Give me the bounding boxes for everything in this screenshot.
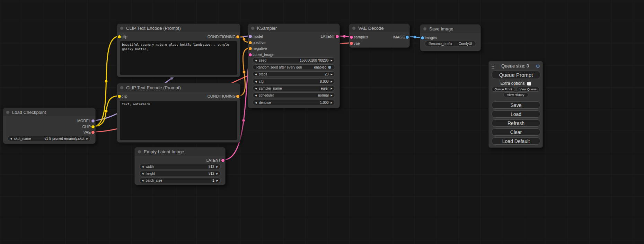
model-input-port[interactable] [249, 35, 252, 38]
link-midpoint-dot [242, 119, 245, 122]
next-value-arrow-icon[interactable]: ▶ [331, 87, 333, 90]
vae-input-port[interactable] [350, 42, 353, 45]
decrement-arrow-icon[interactable]: ◀ [255, 80, 257, 83]
clip-input-port[interactable] [118, 95, 121, 98]
queue-front-button[interactable]: Queue Front [492, 87, 515, 92]
vae-output-port[interactable] [91, 131, 95, 134]
node-save-image[interactable]: Save Image images filename_prefix ComfyU… [420, 24, 481, 51]
increment-arrow-icon[interactable]: ▶ [331, 73, 333, 75]
ckpt-name-widget[interactable]: ◀ ckpt_name v1-5-pruned-emaonly.ckpt ▶ [8, 136, 91, 141]
node-title-bar[interactable]: Load Checkpoint [3, 108, 95, 116]
next-value-arrow-icon[interactable]: ▶ [87, 137, 88, 140]
node-empty-latent-image[interactable]: Empty Latent Image LATENT ◀ width 512 ▶ … [134, 147, 226, 185]
collapse-dot-icon[interactable] [120, 86, 123, 89]
node-title-bar[interactable]: Save Image [420, 25, 480, 33]
collapse-dot-icon[interactable] [251, 27, 254, 30]
latent-image-input-port[interactable] [249, 53, 252, 56]
link-midpoint-dot [243, 38, 246, 41]
image-output-port[interactable] [406, 36, 409, 39]
decrement-arrow-icon[interactable]: ◀ [142, 179, 143, 182]
view-queue-button[interactable]: View Queue [517, 87, 540, 92]
view-history-button[interactable]: View History [503, 92, 528, 97]
input-slot-images-label: images [425, 35, 437, 40]
load-button[interactable]: Load [492, 110, 540, 118]
collapse-dot-icon[interactable] [138, 150, 141, 153]
decrement-arrow-icon[interactable]: ◀ [255, 59, 257, 62]
scheduler-widget[interactable]: ◀ scheduler normal ▶ [253, 92, 335, 98]
increment-arrow-icon[interactable]: ▶ [217, 172, 218, 175]
collapse-dot-icon[interactable] [352, 27, 355, 30]
output-slot-latent-label: LATENT [321, 34, 335, 39]
seed-widget[interactable]: ◀ seed 156680208700286 ▶ [253, 57, 335, 63]
input-slot-negative-label: negative [253, 46, 267, 51]
link-midpoint-dot [414, 36, 416, 38]
drag-handle-icon[interactable] [491, 64, 495, 69]
refresh-button[interactable]: Refresh [492, 119, 540, 127]
node-vae-decode[interactable]: VAE Decode samples vae IMAGE [349, 24, 410, 48]
node-title-bar[interactable]: CLIP Text Encode (Prompt) [117, 24, 240, 32]
node-load-checkpoint[interactable]: Load Checkpoint MODEL CLIP VAE ◀ ckpt_na… [3, 108, 96, 144]
save-button[interactable]: Save [492, 101, 540, 109]
decrement-arrow-icon[interactable]: ◀ [142, 172, 143, 175]
prev-value-arrow-icon[interactable]: ◀ [255, 94, 257, 97]
latent-output-port[interactable] [336, 35, 339, 38]
node-title-bar[interactable]: VAE Decode [349, 24, 409, 32]
toggle-indicator-icon[interactable] [328, 66, 331, 69]
output-slot-image-label: IMAGE [393, 34, 405, 40]
prev-value-arrow-icon[interactable]: ◀ [255, 87, 257, 90]
increment-arrow-icon[interactable]: ▶ [217, 179, 218, 182]
node-title: CLIP Text Encode (Prompt) [126, 85, 181, 90]
increment-arrow-icon[interactable]: ▶ [331, 80, 333, 83]
negative-prompt-textarea[interactable]: text, watermark [120, 101, 237, 140]
extra-options-checkbox[interactable] [527, 82, 531, 85]
node-clip-text-encode-negative[interactable]: CLIP Text Encode (Prompt) clip CONDITION… [117, 83, 240, 143]
settings-gear-icon[interactable]: ⚙ [536, 64, 540, 69]
decrement-arrow-icon[interactable]: ◀ [142, 165, 143, 168]
next-value-arrow-icon[interactable]: ▶ [331, 94, 333, 97]
collapse-dot-icon[interactable] [423, 27, 426, 30]
node-title-bar[interactable]: Empty Latent Image [135, 147, 225, 156]
decrement-arrow-icon[interactable]: ◀ [255, 101, 257, 104]
increment-arrow-icon[interactable]: ▶ [331, 101, 333, 104]
increment-arrow-icon[interactable]: ▶ [331, 59, 333, 62]
prev-value-arrow-icon[interactable]: ◀ [10, 137, 12, 140]
link-midpoint-dot [170, 77, 173, 80]
node-ksampler[interactable]: KSampler model positive negative latent_… [248, 24, 340, 108]
clip-output-port[interactable] [91, 125, 95, 128]
collapse-dot-icon[interactable] [6, 111, 9, 114]
denoise-widget[interactable]: ◀ denoise 1.000 ▶ [253, 100, 335, 105]
node-clip-text-encode-positive[interactable]: CLIP Text Encode (Prompt) clip CONDITION… [117, 24, 240, 77]
model-output-port[interactable] [91, 119, 95, 123]
decrement-arrow-icon[interactable]: ◀ [255, 73, 257, 75]
positive-prompt-textarea[interactable]: beautiful scenery nature glass bottle la… [120, 41, 237, 75]
latent-output-port[interactable] [221, 159, 224, 162]
batch-size-widget[interactable]: ◀ batch_size 1 ▶ [139, 178, 221, 183]
increment-arrow-icon[interactable]: ▶ [217, 165, 218, 168]
collapse-dot-icon[interactable] [120, 27, 123, 30]
node-title-bar[interactable]: KSampler [248, 24, 339, 32]
graph-canvas[interactable]: Load Checkpoint MODEL CLIP VAE ◀ ckpt_na… [0, 0, 644, 244]
images-input-port[interactable] [421, 36, 424, 39]
conditioning-output-port[interactable] [236, 35, 239, 38]
output-slot-latent-label: LATENT [206, 157, 221, 163]
input-slot-positive-label: positive [253, 40, 265, 45]
clear-button[interactable]: Clear [492, 128, 540, 136]
negative-input-port[interactable] [249, 47, 252, 50]
filename-prefix-widget[interactable]: filename_prefix ComfyUI [425, 41, 476, 46]
sampler-name-widget[interactable]: ◀ sampler_name euler ▶ [253, 85, 335, 91]
node-title: Empty Latent Image [144, 149, 184, 154]
steps-widget[interactable]: ◀ steps 20 ▶ [253, 71, 335, 77]
width-widget[interactable]: ◀ width 512 ▶ [139, 164, 221, 169]
node-title-bar[interactable]: CLIP Text Encode (Prompt) [117, 83, 240, 92]
height-widget[interactable]: ◀ height 512 ▶ [139, 171, 221, 176]
conditioning-output-port[interactable] [236, 95, 239, 98]
output-slot-clip-label: CLIP [82, 124, 91, 129]
cfg-widget[interactable]: ◀ cfg 8.000 ▶ [253, 79, 335, 84]
positive-input-port[interactable] [249, 41, 252, 44]
clip-input-port[interactable] [118, 35, 121, 38]
node-title: Save Image [429, 26, 453, 31]
random-seed-toggle-widget[interactable]: Random seed after every gen enabled [253, 64, 335, 70]
load-default-button[interactable]: Load Default [492, 137, 540, 145]
queue-prompt-button[interactable]: Queue Prompt [492, 71, 540, 79]
samples-input-port[interactable] [350, 36, 353, 39]
